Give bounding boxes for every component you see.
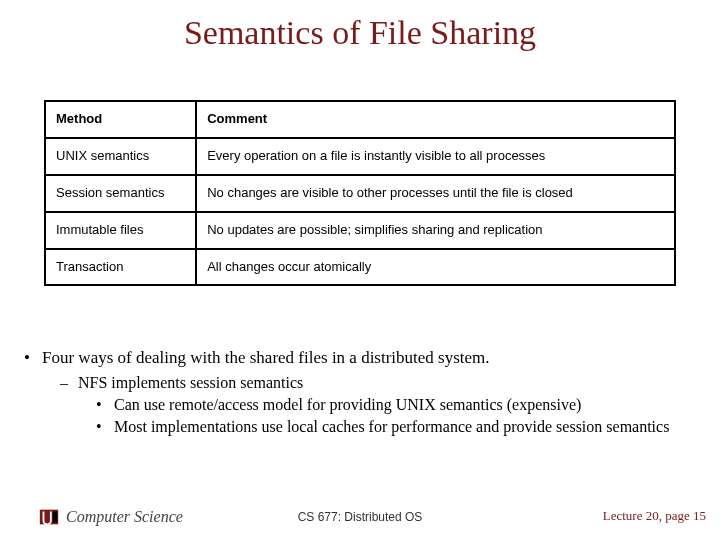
bullet-lvl1-text: Four ways of dealing with the shared fil… [42, 348, 490, 367]
bullet-lvl3b-text: Most implementations use local caches fo… [114, 418, 669, 435]
svg-rect-1 [53, 512, 58, 523]
bullet-lvl3a-text: Can use remote/access model for providin… [114, 396, 581, 413]
bullet-icon: • [24, 348, 42, 368]
footer: Computer Science CS 677: Distributed OS … [0, 504, 720, 530]
cell-method: Immutable files [45, 212, 196, 249]
semantics-table-wrap: Method Comment UNIX semantics Every oper… [44, 100, 676, 286]
umass-logo-icon [38, 506, 60, 528]
bullet-icon: • [96, 396, 114, 414]
bullet-lvl1: •Four ways of dealing with the shared fi… [24, 348, 700, 368]
bullet-lvl3: •Most implementations use local caches f… [24, 418, 700, 436]
slide: Semantics of File Sharing Method Comment… [0, 0, 720, 540]
cell-method: Transaction [45, 249, 196, 286]
bullet-section: •Four ways of dealing with the shared fi… [24, 348, 700, 436]
dash-icon: – [60, 374, 78, 392]
affiliation-text: Computer Science [66, 508, 183, 526]
cell-comment: No updates are possible; simplifies shar… [196, 212, 675, 249]
course-code: CS 677: Distributed OS [298, 510, 423, 524]
cell-comment: Every operation on a file is instantly v… [196, 138, 675, 175]
header-method: Method [45, 101, 196, 138]
cell-comment: All changes occur atomically [196, 249, 675, 286]
cell-method: UNIX semantics [45, 138, 196, 175]
table-row: Immutable files No updates are possible;… [45, 212, 675, 249]
table-header-row: Method Comment [45, 101, 675, 138]
slide-title: Semantics of File Sharing [0, 0, 720, 52]
table-row: Session semantics No changes are visible… [45, 175, 675, 212]
page-number: Lecture 20, page 15 [603, 508, 706, 524]
table-row: UNIX semantics Every operation on a file… [45, 138, 675, 175]
affiliation: Computer Science [38, 506, 183, 528]
semantics-table: Method Comment UNIX semantics Every oper… [44, 100, 676, 286]
bullet-lvl3: •Can use remote/access model for providi… [24, 396, 700, 414]
bullet-icon: • [96, 418, 114, 436]
header-comment: Comment [196, 101, 675, 138]
bullet-lvl2-text: NFS implements session semantics [78, 374, 303, 391]
cell-method: Session semantics [45, 175, 196, 212]
cell-comment: No changes are visible to other processe… [196, 175, 675, 212]
bullet-lvl2: –NFS implements session semantics [24, 374, 700, 392]
table-row: Transaction All changes occur atomically [45, 249, 675, 286]
